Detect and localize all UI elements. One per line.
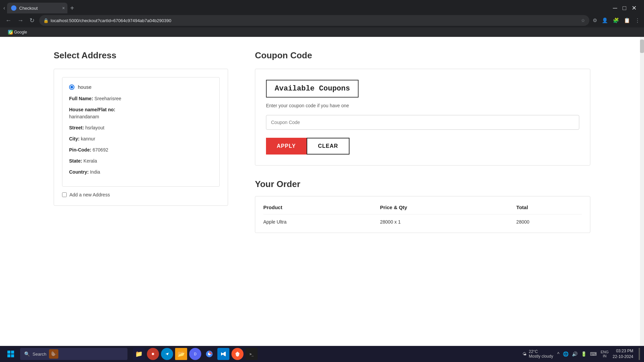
state-value: Kerala bbox=[84, 158, 97, 164]
total-cell: 28000 bbox=[516, 215, 582, 225]
maximize-btn[interactable]: □ bbox=[623, 5, 626, 12]
add-address-checkbox[interactable] bbox=[62, 192, 67, 197]
address-header: house bbox=[69, 84, 213, 90]
address-street: Street: hsrlayout bbox=[69, 124, 213, 131]
bookmark-star-icon[interactable]: ☆ bbox=[581, 18, 585, 23]
extension2-icon[interactable]: 🧩 bbox=[613, 17, 619, 23]
bookmark-google-label: Google bbox=[14, 30, 27, 35]
add-address-label: Add a new Address bbox=[69, 192, 110, 197]
bookmark-google[interactable]: G Google bbox=[5, 30, 30, 35]
scrollbar-thumb[interactable] bbox=[640, 40, 644, 53]
col-price-qty: Price & Qty bbox=[380, 204, 516, 215]
url-display: localhost:5000/checkout?cartId=67064c974… bbox=[51, 18, 581, 23]
coupon-box: Available Coupons Enter your coupon code… bbox=[255, 69, 590, 166]
left-column: Select Address house Full Name: Sreehari… bbox=[54, 50, 228, 333]
menu-icon[interactable]: ⋮ bbox=[635, 17, 640, 23]
google-favicon-icon: G bbox=[8, 30, 13, 35]
coupon-buttons: APPLY CLEAR bbox=[266, 138, 579, 155]
full-name-value: Sreeharisree bbox=[94, 96, 121, 101]
tab-title: Checkout bbox=[19, 6, 38, 11]
house-value: harinandanam bbox=[69, 114, 99, 119]
profile-icon[interactable]: 👤 bbox=[602, 17, 608, 23]
add-address-row: Add a new Address bbox=[62, 192, 220, 197]
available-coupons-btn[interactable]: Available Coupons bbox=[266, 80, 359, 98]
back-btn[interactable]: ← bbox=[4, 16, 13, 25]
address-city: City: kannur bbox=[69, 135, 213, 142]
window-controls: ─ □ ✕ bbox=[613, 4, 641, 12]
address-bar[interactable]: 🔒 localhost:5000/checkout?cartId=67064c9… bbox=[39, 15, 589, 26]
minimize-btn[interactable]: ─ bbox=[613, 5, 617, 12]
state-label: State: bbox=[69, 158, 82, 164]
address-radio-btn[interactable] bbox=[69, 84, 74, 90]
tab-group-back[interactable]: ‹ bbox=[3, 5, 5, 11]
address-container: house Full Name: Sreeharisree House name… bbox=[54, 69, 228, 206]
coupon-code-title: Coupon Code bbox=[255, 50, 590, 61]
order-table-header-row: Product Price & Qty Total bbox=[263, 204, 582, 215]
pincode-label: Pin-Code: bbox=[69, 147, 91, 153]
address-house: House name/Flat no: harinandanam bbox=[69, 106, 213, 120]
toolbar-icons: ⚙ 👤 🧩 📋 ⋮ bbox=[593, 17, 640, 23]
extension3-icon[interactable]: 📋 bbox=[624, 17, 630, 23]
tab-close-btn[interactable]: × bbox=[62, 5, 65, 11]
tab-favicon bbox=[11, 5, 16, 11]
order-table: Product Price & Qty Total Apple Ultra 28… bbox=[263, 204, 582, 225]
lock-icon: 🔒 bbox=[43, 18, 49, 23]
country-label: Country: bbox=[69, 169, 89, 175]
city-value: kannur bbox=[81, 136, 95, 141]
checkout-tab[interactable]: Checkout × bbox=[7, 3, 67, 13]
table-row: Apple Ultra 28000 x 1 28000 bbox=[263, 215, 582, 225]
address-type-label: house bbox=[78, 84, 92, 90]
radio-inner bbox=[70, 86, 73, 88]
street-value: hsrlayout bbox=[85, 125, 104, 130]
pincode-value: 670692 bbox=[93, 147, 108, 153]
browser-chrome: ‹ Checkout × + ─ □ ✕ ← → ↻ 🔒 localhost:5… bbox=[0, 0, 644, 37]
clear-coupon-btn[interactable]: CLEAR bbox=[307, 138, 350, 155]
city-label: City: bbox=[69, 136, 79, 141]
your-order-title: Your Order bbox=[255, 179, 590, 189]
col-product: Product bbox=[263, 204, 380, 215]
main-content: Select Address house Full Name: Sreehari… bbox=[0, 37, 644, 346]
address-pincode: Pin-Code: 670692 bbox=[69, 146, 213, 154]
reload-btn[interactable]: ↻ bbox=[28, 15, 36, 25]
close-btn[interactable]: ✕ bbox=[632, 4, 637, 12]
extensions-icon[interactable]: ⚙ bbox=[593, 17, 597, 23]
order-table-container: Product Price & Qty Total Apple Ultra 28… bbox=[255, 196, 590, 233]
price-qty-cell: 28000 x 1 bbox=[380, 215, 516, 225]
page-content: Select Address house Full Name: Sreehari… bbox=[0, 37, 644, 346]
full-name-label: Full Name: bbox=[69, 96, 93, 101]
new-tab-btn[interactable]: + bbox=[70, 4, 74, 12]
address-bar-row: ← → ↻ 🔒 localhost:5000/checkout?cartId=6… bbox=[0, 13, 644, 27]
house-label: House name/Flat no: bbox=[69, 107, 115, 112]
address-country: Country: India bbox=[69, 169, 213, 176]
right-column: Coupon Code Available Coupons Enter your… bbox=[255, 50, 590, 333]
apply-coupon-btn[interactable]: APPLY bbox=[266, 138, 307, 155]
coupon-hint: Enter your coupon code if you have one bbox=[266, 103, 579, 108]
bookmarks-bar: G Google bbox=[0, 27, 644, 37]
tab-bar: ‹ Checkout × + ─ □ ✕ bbox=[0, 0, 644, 13]
coupon-input[interactable] bbox=[266, 115, 579, 130]
select-address-title: Select Address bbox=[54, 50, 228, 61]
country-value: India bbox=[90, 169, 100, 175]
forward-btn[interactable]: → bbox=[16, 16, 25, 25]
product-cell: Apple Ultra bbox=[263, 215, 380, 225]
address-state: State: Kerala bbox=[69, 158, 213, 165]
address-card: house Full Name: Sreeharisree House name… bbox=[62, 77, 220, 187]
col-total: Total bbox=[516, 204, 582, 215]
address-full-name: Full Name: Sreeharisree bbox=[69, 95, 213, 102]
street-label: Street: bbox=[69, 125, 84, 130]
scrollbar[interactable] bbox=[640, 37, 644, 346]
